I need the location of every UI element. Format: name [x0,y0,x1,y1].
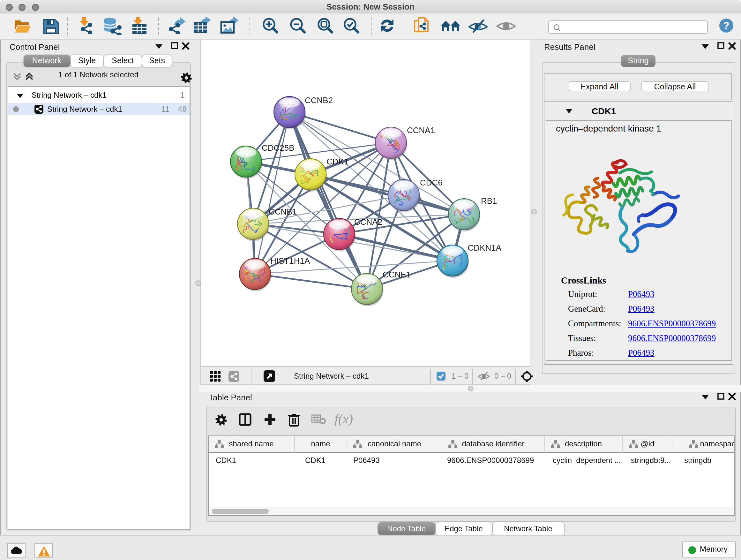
svg-text:CCNB2: CCNB2 [305,95,333,105]
svg-text:CDC25B: CDC25B [261,143,294,152]
svg-text:?: ? [723,19,730,31]
svg-text:CDC6: CDC6 [420,178,442,187]
svg-text:CDK1: CDK1 [326,157,348,166]
svg-text:HIST1H1A: HIST1H1A [270,256,310,265]
svg-text:CCNA1: CCNA1 [407,125,434,135]
svg-text:RB1: RB1 [481,196,497,205]
svg-text:CDKN1A: CDKN1A [468,243,501,252]
svg-text:CCNB1: CCNB1 [268,206,296,216]
svg-text:CCNE1: CCNE1 [382,269,410,279]
svg-text:CCNA2: CCNA2 [354,217,382,226]
